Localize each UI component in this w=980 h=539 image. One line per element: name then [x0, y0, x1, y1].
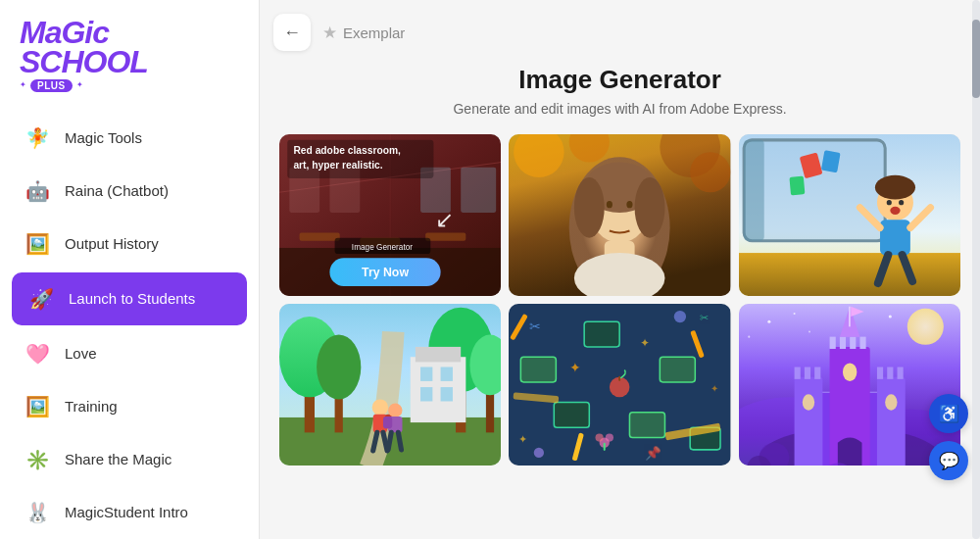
share-magic-icon: ✳️ [24, 446, 51, 473]
svg-point-100 [534, 448, 544, 458]
sidebar-item-magic-tools[interactable]: 🧚 Magic Tools [0, 112, 259, 165]
output-history-icon: 🖼️ [24, 230, 51, 258]
svg-point-42 [875, 175, 915, 200]
image-cell-cartoon[interactable] [739, 134, 960, 296]
svg-rect-75 [420, 387, 432, 401]
svg-line-69 [388, 432, 391, 449]
svg-line-70 [398, 432, 401, 449]
logo-dot-right: ✦ [76, 80, 83, 89]
svg-rect-85 [630, 413, 665, 438]
training-icon: 🖼️ [24, 393, 51, 420]
magic-tools-icon: 🧚 [24, 124, 51, 152]
svg-rect-8 [300, 233, 340, 241]
fab-container: ♿ 💬 [929, 394, 968, 480]
svg-point-56 [317, 335, 361, 400]
sidebar: MaGic SCHOOL ✦ PLUS ✦ 🧚 Magic Tools 🤖 Ra… [0, 0, 260, 539]
svg-rect-74 [441, 367, 453, 380]
logo-line2: SCHOOL [20, 47, 148, 76]
svg-rect-39 [821, 150, 841, 172]
svg-point-27 [574, 177, 605, 238]
svg-point-50 [890, 207, 900, 215]
svg-rect-135 [849, 307, 851, 327]
svg-rect-40 [789, 176, 805, 196]
accessibility-button[interactable]: ♿ [929, 394, 968, 433]
sidebar-item-share-the-magic[interactable]: ✳️ Share the Magic [0, 433, 259, 486]
main-content: ← ★ Exemplar Image Generator Generate an… [260, 0, 980, 539]
sidebar-item-output-history[interactable]: 🖼️ Output History [0, 218, 259, 270]
svg-rect-37 [744, 140, 764, 241]
sidebar-item-label: MagicStudent Intro [65, 504, 188, 520]
sidebar-item-love[interactable]: 🩷 Love [0, 327, 259, 380]
svg-rect-34 [739, 253, 960, 296]
topbar: ← ★ Exemplar [260, 0, 980, 61]
svg-rect-120 [805, 367, 810, 378]
image-cell-classroom[interactable]: Red adobe classroom, art, hyper realisti… [279, 134, 501, 296]
svg-point-110 [808, 330, 810, 332]
sidebar-item-label: Training [65, 398, 118, 415]
svg-rect-116 [794, 377, 822, 466]
scrollbar-thumb[interactable] [972, 20, 980, 98]
svg-rect-6 [461, 168, 496, 213]
svg-rect-82 [584, 321, 619, 347]
image-cell-path[interactable] [279, 304, 501, 466]
svg-rect-122 [877, 367, 883, 378]
svg-rect-71 [411, 357, 466, 422]
image-cell-pattern[interactable]: ✦ ✦ ✦ ✦ [509, 304, 730, 466]
image-cell-castle[interactable] [739, 304, 960, 466]
svg-point-31 [607, 201, 612, 208]
svg-point-107 [793, 313, 795, 315]
svg-rect-119 [794, 367, 800, 378]
svg-rect-68 [383, 416, 392, 428]
page-subtitle: Generate and edit images with AI from Ad… [279, 101, 960, 117]
svg-rect-127 [850, 337, 856, 349]
sidebar-item-raina-chatbot[interactable]: 🤖 Raina (Chatbot) [0, 165, 259, 218]
raina-icon: 🤖 [24, 177, 51, 205]
svg-rect-92 [618, 376, 620, 381]
svg-text:✂: ✂ [701, 312, 710, 323]
svg-rect-76 [441, 387, 453, 401]
svg-rect-43 [880, 220, 910, 255]
svg-text:✦: ✦ [519, 433, 528, 445]
svg-point-32 [627, 201, 633, 208]
svg-rect-98 [604, 443, 606, 451]
svg-point-66 [388, 404, 402, 417]
sidebar-item-training[interactable]: 🖼️ Training [0, 380, 259, 433]
svg-point-132 [843, 363, 857, 381]
star-icon: ★ [322, 23, 337, 43]
svg-point-130 [802, 394, 813, 410]
svg-point-49 [899, 200, 904, 205]
scrollbar[interactable] [972, 0, 980, 539]
svg-rect-126 [840, 337, 846, 349]
sidebar-item-magicstudent-intro[interactable]: 🐰 MagicStudent Intro [0, 486, 259, 539]
svg-point-23 [691, 152, 731, 192]
svg-point-109 [888, 316, 891, 318]
sidebar-item-label: Love [65, 345, 97, 362]
sidebar-item-launch-to-students[interactable]: 🚀 Launch to Students [12, 272, 247, 325]
svg-point-99 [674, 311, 686, 322]
svg-text:Image Generator: Image Generator [352, 243, 413, 252]
svg-point-131 [885, 394, 897, 410]
back-button[interactable]: ← [273, 14, 311, 51]
svg-text:✦: ✦ [640, 336, 650, 350]
svg-text:✦: ✦ [710, 383, 718, 394]
svg-rect-123 [887, 367, 893, 378]
svg-point-108 [748, 336, 750, 338]
exemplar-text: Exemplar [343, 24, 405, 41]
launch-icon: 🚀 [27, 285, 55, 313]
svg-rect-81 [521, 357, 557, 382]
sidebar-item-label: Launch to Students [69, 290, 195, 307]
svg-text:Red adobe classroom,: Red adobe classroom, [293, 145, 401, 156]
image-cell-portrait[interactable] [509, 134, 730, 296]
svg-text:art, hyper realistic.: art, hyper realistic. [293, 160, 382, 171]
logo-line1: MaGic [20, 18, 148, 47]
image-grid: Red adobe classroom, art, hyper realisti… [279, 134, 960, 466]
svg-rect-124 [897, 367, 903, 378]
chat-button[interactable]: 💬 [929, 441, 968, 480]
svg-rect-83 [661, 357, 696, 382]
svg-rect-73 [420, 367, 432, 380]
svg-text:✂: ✂ [529, 318, 541, 334]
svg-rect-125 [829, 337, 835, 349]
exemplar-label: ★ Exemplar [322, 23, 405, 43]
sidebar-item-label: Output History [65, 235, 159, 252]
svg-rect-117 [877, 377, 906, 466]
